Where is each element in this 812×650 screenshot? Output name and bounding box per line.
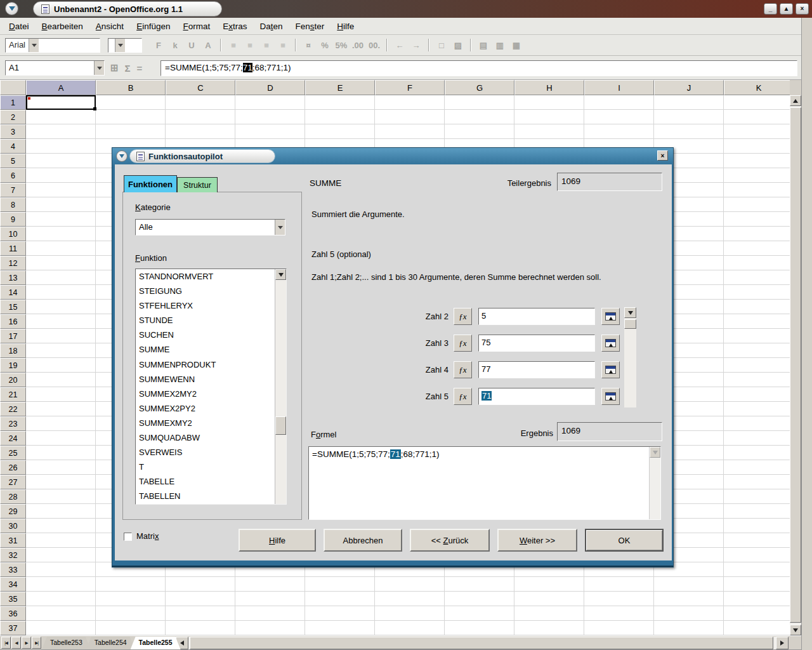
function-list[interactable]: STANDNORMVERTSTEIGUNGSTFEHLERYXSTUNDESUC… bbox=[135, 269, 287, 505]
font-size-dropdown-icon[interactable] bbox=[115, 39, 125, 52]
scroll-right-button[interactable] bbox=[776, 637, 789, 649]
currency-format-icon[interactable]: ¤ bbox=[301, 38, 316, 52]
function-list-item-summex2my2[interactable]: SUMMEX2MY2 bbox=[136, 387, 275, 401]
row-header-10[interactable]: 10 bbox=[0, 227, 26, 241]
function-list-item-summewenn[interactable]: SUMMEWENN bbox=[136, 372, 275, 387]
row-header-32[interactable]: 32 bbox=[0, 548, 26, 562]
vertical-scrollbar-thumb[interactable] bbox=[790, 107, 801, 623]
sheet-tab-tabelle254[interactable]: Tabelle254 bbox=[86, 637, 135, 649]
cell-h35[interactable] bbox=[514, 592, 584, 606]
column-header-j[interactable]: J bbox=[654, 80, 724, 95]
function-list-item-summenprodukt[interactable]: SUMMENPRODUKT bbox=[136, 357, 275, 372]
cell-a16[interactable] bbox=[26, 314, 96, 329]
cell-k29[interactable] bbox=[724, 504, 790, 519]
argument-input[interactable]: 75 bbox=[478, 335, 595, 352]
cell-a19[interactable] bbox=[26, 358, 96, 373]
cell-a23[interactable] bbox=[26, 416, 96, 431]
row-header-25[interactable]: 25 bbox=[0, 446, 26, 460]
row-header-9[interactable]: 9 bbox=[0, 212, 26, 227]
arguments-scrollbar[interactable] bbox=[624, 307, 636, 408]
sheet-tab-tabelle255[interactable]: Tabelle255 bbox=[131, 637, 181, 649]
cell-e36[interactable] bbox=[305, 606, 375, 621]
function-list-item-t[interactable]: T bbox=[136, 460, 275, 474]
menu-item-format[interactable]: Format bbox=[176, 19, 216, 34]
cell-a11[interactable] bbox=[26, 241, 96, 256]
cell-c36[interactable] bbox=[166, 606, 235, 621]
cell-f35[interactable] bbox=[375, 592, 445, 606]
row-header-29[interactable]: 29 bbox=[0, 504, 26, 519]
percent-format-icon[interactable]: % bbox=[317, 38, 332, 52]
cell-k12[interactable] bbox=[724, 256, 790, 270]
function-wizard-button[interactable]: ƒx bbox=[454, 361, 472, 378]
row-header-35[interactable]: 35 bbox=[0, 592, 26, 606]
cell-h36[interactable] bbox=[514, 606, 584, 621]
cell-g34[interactable] bbox=[445, 577, 514, 592]
row-header-21[interactable]: 21 bbox=[0, 387, 26, 402]
column-header-i[interactable]: I bbox=[584, 80, 654, 95]
cell-k18[interactable] bbox=[724, 343, 790, 358]
cell-k28[interactable] bbox=[724, 489, 790, 504]
cell-j3[interactable] bbox=[654, 124, 724, 139]
cell-d1[interactable] bbox=[235, 95, 305, 110]
function-list-item-suchen[interactable]: SUCHEN bbox=[136, 328, 275, 342]
menu-item-bearbeiten[interactable]: Bearbeiten bbox=[36, 19, 89, 34]
cell-g35[interactable] bbox=[445, 592, 514, 606]
function-list-item-summexmy2[interactable]: SUMMEXMY2 bbox=[136, 416, 275, 430]
font-name-dropdown-icon[interactable] bbox=[29, 39, 39, 52]
shrink-button[interactable] bbox=[601, 335, 620, 352]
row-header-3[interactable]: 3 bbox=[0, 124, 26, 139]
cell-k37[interactable] bbox=[724, 621, 790, 635]
cell-g3[interactable] bbox=[445, 124, 514, 139]
cell-b34[interactable] bbox=[96, 577, 166, 592]
cell-k30[interactable] bbox=[724, 519, 790, 533]
first-sheet-icon[interactable]: |◀ bbox=[1, 637, 11, 649]
add-decimal-icon[interactable]: .00 bbox=[350, 38, 365, 52]
cell-j35[interactable] bbox=[654, 592, 724, 606]
italic-icon[interactable]: k bbox=[167, 38, 183, 52]
cell-a26[interactable] bbox=[26, 460, 96, 475]
cell-h3[interactable] bbox=[514, 124, 584, 139]
background-color-icon[interactable]: ▨ bbox=[450, 38, 466, 52]
cell-b3[interactable] bbox=[96, 124, 166, 139]
ok-button[interactable]: OK bbox=[585, 529, 664, 552]
row-header-37[interactable]: 37 bbox=[0, 621, 26, 635]
align-justify-icon[interactable]: ≡ bbox=[275, 38, 291, 52]
cell-k14[interactable] bbox=[724, 285, 790, 300]
cell-a25[interactable] bbox=[26, 446, 96, 460]
cell-h37[interactable] bbox=[514, 621, 584, 635]
cell-e37[interactable] bbox=[305, 621, 375, 635]
cell-b2[interactable] bbox=[96, 110, 166, 124]
weiter-button[interactable]: Weiter >> bbox=[497, 529, 577, 552]
shrink-button[interactable] bbox=[601, 308, 620, 325]
cell-a18[interactable] bbox=[26, 343, 96, 358]
cell-i35[interactable] bbox=[584, 592, 654, 606]
increase-indent-icon[interactable]: → bbox=[409, 38, 424, 52]
cell-i3[interactable] bbox=[584, 124, 654, 139]
tab-struktur[interactable]: Struktur bbox=[177, 177, 218, 192]
function-icon[interactable]: = bbox=[137, 63, 143, 74]
row-header-15[interactable]: 15 bbox=[0, 300, 26, 314]
borders-icon[interactable]: □ bbox=[434, 38, 449, 52]
cell-g2[interactable] bbox=[445, 110, 514, 124]
cell-a2[interactable] bbox=[26, 110, 96, 124]
row-header-13[interactable]: 13 bbox=[0, 270, 26, 285]
matrix-checkbox[interactable] bbox=[124, 533, 132, 541]
row-header-24[interactable]: 24 bbox=[0, 431, 26, 446]
column-header-e[interactable]: E bbox=[305, 80, 375, 95]
cell-b35[interactable] bbox=[96, 592, 166, 606]
cell-k11[interactable] bbox=[724, 241, 790, 256]
cell-a30[interactable] bbox=[26, 519, 96, 533]
cell-g36[interactable] bbox=[445, 606, 514, 621]
zur-ck-button[interactable]: << Zurück bbox=[410, 529, 490, 552]
cell-h34[interactable] bbox=[514, 577, 584, 592]
cell-a34[interactable] bbox=[26, 577, 96, 592]
column-header-h[interactable]: H bbox=[514, 80, 584, 95]
cell-k7[interactable] bbox=[724, 183, 790, 197]
row-header-4[interactable]: 4 bbox=[0, 139, 26, 154]
cell-reference-box[interactable]: A1 bbox=[5, 60, 105, 76]
cell-k25[interactable] bbox=[724, 446, 790, 460]
cell-i2[interactable] bbox=[584, 110, 654, 124]
cell-k20[interactable] bbox=[724, 373, 790, 387]
cell-k9[interactable] bbox=[724, 212, 790, 227]
align-right-icon[interactable]: ≡ bbox=[259, 38, 274, 52]
